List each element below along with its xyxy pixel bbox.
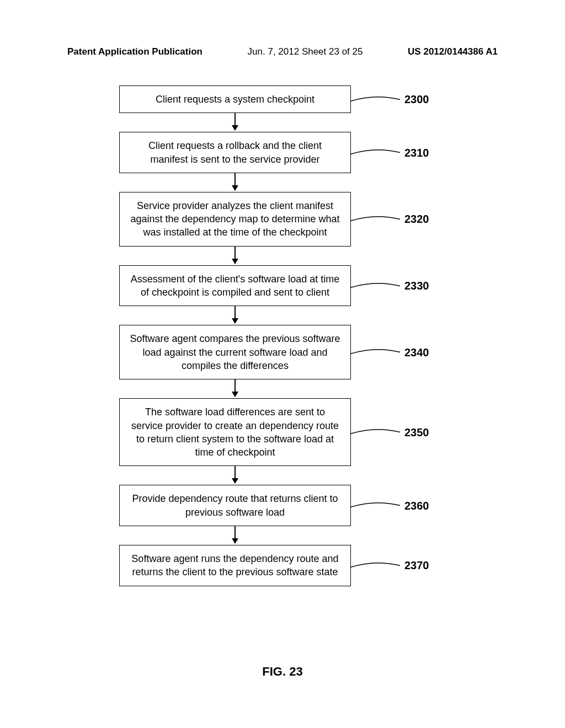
ref-leader-2300: 2300	[350, 92, 429, 107]
leader-line-icon	[350, 149, 400, 157]
leader-line-icon	[350, 502, 400, 510]
flow-step-2300: Client requests a system checkpoint 2300	[119, 85, 351, 113]
ref-number: 2300	[404, 92, 429, 107]
ref-leader-2330: 2330	[350, 279, 429, 293]
ref-leader-2370: 2370	[350, 558, 429, 573]
flow-step-2310: Client requests a rollback and the clien…	[119, 132, 351, 173]
arrow-down-icon	[232, 173, 238, 192]
ref-number: 2330	[404, 279, 429, 293]
leader-line-icon	[350, 349, 400, 356]
flow-step-text: Software agent compares the previous sof…	[130, 333, 340, 371]
flow-step-text: Assessment of the client's software load…	[131, 274, 340, 298]
flowchart: Client requests a system checkpoint 2300…	[114, 85, 356, 586]
flow-step-text: Software agent runs the dependency route…	[131, 553, 338, 577]
ref-number: 2310	[404, 145, 429, 160]
flow-step-2360: Provide dependency route that returns cl…	[119, 485, 351, 526]
ref-number: 2350	[404, 425, 429, 440]
ref-leader-2350: 2350	[350, 425, 429, 440]
flow-step-text: Service provider analyzes the client man…	[130, 200, 339, 238]
flow-step-2340: Software agent compares the previous sof…	[119, 325, 351, 379]
header-publication: Patent Application Publication	[67, 46, 202, 57]
ref-leader-2360: 2360	[350, 498, 429, 513]
figure-label: FIG. 23	[0, 665, 565, 679]
flow-step-2330: Assessment of the client's software load…	[119, 265, 351, 307]
leader-line-icon	[350, 215, 400, 223]
flow-step-2350: The software load differences are sent t…	[119, 398, 351, 466]
flow-step-2320: Service provider analyzes the client man…	[119, 192, 351, 247]
leader-line-icon	[350, 282, 400, 290]
leader-line-icon	[350, 95, 400, 103]
arrow-down-icon	[232, 113, 238, 132]
flow-step-text: Client requests a rollback and the clien…	[148, 140, 322, 164]
leader-line-icon	[350, 429, 400, 436]
leader-line-icon	[350, 561, 400, 569]
header-patent-number: US 2012/0144386 A1	[408, 46, 498, 57]
flow-step-text: The software load differences are sent t…	[131, 406, 339, 458]
page-header: Patent Application Publication Jun. 7, 2…	[67, 46, 498, 57]
ref-number: 2360	[404, 498, 429, 513]
ref-leader-2310: 2310	[350, 145, 429, 160]
arrow-down-icon	[232, 306, 238, 325]
ref-number: 2340	[404, 345, 429, 360]
flow-step-text: Provide dependency route that returns cl…	[132, 493, 338, 517]
ref-number: 2370	[404, 558, 429, 573]
arrow-down-icon	[232, 466, 238, 485]
flow-step-2370: Software agent runs the dependency route…	[119, 545, 351, 586]
ref-leader-2340: 2340	[350, 345, 429, 360]
flow-step-text: Client requests a system checkpoint	[156, 94, 315, 105]
header-date-sheet: Jun. 7, 2012 Sheet 23 of 25	[248, 46, 363, 57]
arrow-down-icon	[232, 247, 238, 265]
arrow-down-icon	[232, 379, 238, 398]
ref-number: 2320	[404, 212, 429, 227]
ref-leader-2320: 2320	[350, 212, 429, 227]
arrow-down-icon	[232, 526, 238, 545]
